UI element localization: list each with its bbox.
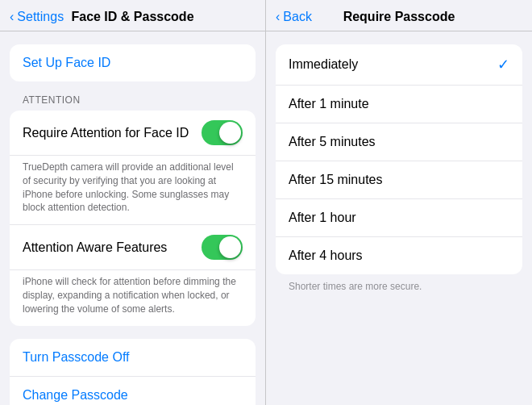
- attention-aware-row: Attention Aware Features: [10, 224, 256, 270]
- passcode-options-card: Immediately✓After 1 minuteAfter 5 minute…: [276, 44, 522, 274]
- attention-card: Require Attention for Face ID TrueDepth …: [10, 111, 256, 326]
- attention-aware-toggle[interactable]: [202, 235, 243, 260]
- chevron-left-icon: ‹: [10, 10, 14, 24]
- right-scroll-content: Immediately✓After 1 minuteAfter 5 minute…: [266, 31, 532, 405]
- option-label: Immediately: [289, 57, 358, 72]
- back-button[interactable]: ‹ Back: [276, 10, 312, 24]
- setup-face-id-label: Set Up Face ID: [23, 56, 110, 70]
- back-label: Back: [283, 10, 312, 24]
- passcode-option-row[interactable]: After 15 minutes: [276, 161, 522, 199]
- attention-aware-description: iPhone will check for attention before d…: [10, 270, 256, 325]
- right-nav-title: Require Passcode: [343, 10, 455, 24]
- require-attention-row: Require Attention for Face ID: [10, 111, 256, 156]
- secure-note: Shorter times are more secure.: [276, 274, 522, 292]
- attention-section-label: ATTENTION: [10, 94, 256, 111]
- require-attention-label: Require Attention for Face ID: [23, 126, 202, 140]
- require-attention-description: TrueDepth camera will provide an additio…: [10, 156, 256, 224]
- passcode-option-row[interactable]: After 4 hours: [276, 237, 522, 274]
- settings-back-button[interactable]: ‹ Settings: [10, 10, 64, 24]
- right-panel: ‹ Back Require Passcode Immediately✓Afte…: [266, 0, 532, 405]
- passcode-option-row[interactable]: After 1 hour: [276, 199, 522, 237]
- checkmark-icon: ✓: [497, 56, 509, 73]
- setup-face-id-item[interactable]: Set Up Face ID: [10, 44, 256, 81]
- option-label: After 15 minutes: [289, 173, 383, 187]
- passcode-option-row[interactable]: After 5 minutes: [276, 123, 522, 161]
- option-label: After 4 hours: [289, 248, 363, 263]
- left-nav-bar: ‹ Settings Face ID & Passcode: [0, 0, 265, 31]
- require-attention-toggle[interactable]: [202, 120, 243, 145]
- change-passcode-button[interactable]: Change Passcode: [10, 377, 256, 405]
- option-label: After 1 minute: [289, 97, 369, 111]
- settings-back-label: Settings: [17, 10, 64, 24]
- attention-aware-label: Attention Aware Features: [23, 240, 202, 255]
- turn-passcode-off-button[interactable]: Turn Passcode Off: [10, 339, 256, 377]
- passcode-option-row[interactable]: Immediately✓: [276, 44, 522, 86]
- right-nav-bar: ‹ Back Require Passcode: [266, 0, 532, 31]
- option-label: After 5 minutes: [289, 135, 376, 149]
- option-label: After 1 hour: [289, 211, 356, 225]
- left-nav-title: Face ID & Passcode: [71, 10, 193, 24]
- left-panel: ‹ Settings Face ID & Passcode Set Up Fac…: [0, 0, 266, 405]
- back-chevron-icon: ‹: [276, 10, 280, 24]
- passcode-option-row[interactable]: After 1 minute: [276, 86, 522, 123]
- passcode-card: Turn Passcode Off Change Passcode: [10, 339, 256, 405]
- setup-face-id-card: Set Up Face ID: [10, 44, 256, 81]
- left-scroll-content: Set Up Face ID ATTENTION Require Attenti…: [0, 31, 265, 405]
